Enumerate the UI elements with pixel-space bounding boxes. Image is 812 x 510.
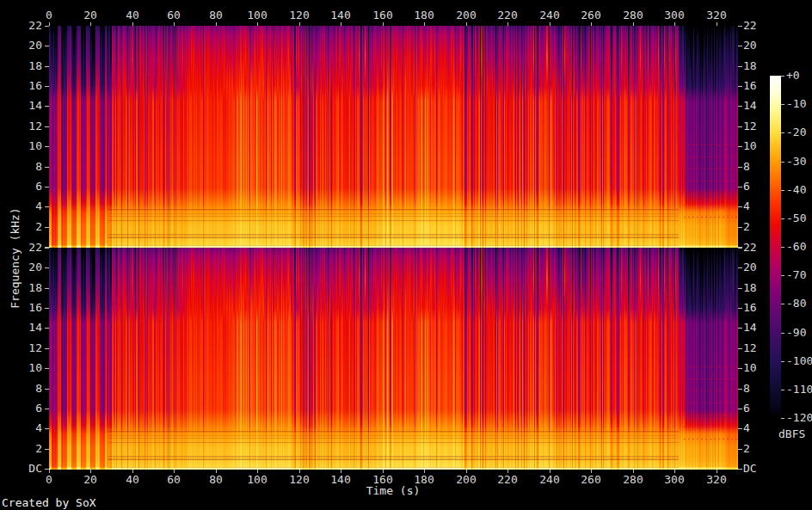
time-tick-label-bottom: 80 <box>209 474 223 485</box>
y-axis-title: Frequency (kHz) <box>9 207 21 308</box>
freq-dc-label-left: DC <box>0 463 42 474</box>
time-tick-label-top: 280 <box>623 9 643 21</box>
time-tick-top <box>257 22 258 26</box>
freq-tick-label-right: 16 <box>743 302 757 313</box>
colorbar-tick-label: -80 <box>786 298 806 309</box>
freq-tick-right <box>738 288 742 289</box>
time-tick-label-bottom: 260 <box>581 474 600 485</box>
time-tick-label-bottom: 240 <box>539 474 559 485</box>
freq-tick-label-left: 20 <box>0 40 42 51</box>
colorbar-tick <box>781 247 784 248</box>
freq-tick-left <box>45 126 49 127</box>
time-tick-label-bottom: 280 <box>623 474 643 485</box>
freq-tick-left <box>45 106 49 107</box>
freq-tick-right <box>738 389 742 390</box>
colorbar-tick <box>781 162 784 163</box>
freq-tick-label-right: 18 <box>743 60 757 71</box>
colorbar-tick-label: +0 <box>786 70 800 81</box>
time-tick-label-top: 140 <box>330 9 350 21</box>
freq-tick-right <box>738 308 742 309</box>
freq-tick-label-left: 12 <box>0 120 42 132</box>
freq-tick-right <box>738 248 742 249</box>
time-tick-label-top: 220 <box>497 9 517 21</box>
freq-tick-label-left: 6 <box>0 181 42 192</box>
freq-tick-label-right: 12 <box>743 120 757 132</box>
freq-tick-left <box>45 328 49 329</box>
time-tick-top <box>717 22 717 26</box>
freq-tick-label-right: 12 <box>743 342 757 353</box>
freq-tick-label-right: 10 <box>743 362 757 373</box>
freq-tick-left <box>45 267 49 268</box>
freq-tick-left <box>45 449 49 450</box>
time-tick-label-top: 240 <box>539 9 559 21</box>
colorbar-tick-label: -20 <box>786 126 806 138</box>
time-tick-label-bottom: 100 <box>247 474 267 485</box>
freq-tick-left <box>45 206 49 207</box>
time-tick-top <box>633 22 634 26</box>
freq-tick-label-right: 14 <box>743 100 757 111</box>
freq-tick-label-right: 18 <box>743 282 757 293</box>
time-tick-label-top: 80 <box>209 9 223 21</box>
colorbar-tick <box>781 333 784 334</box>
freq-tick-right <box>738 267 742 268</box>
freq-tick-label-left: 2 <box>0 443 42 454</box>
time-tick-label-bottom: 200 <box>456 474 476 485</box>
freq-tick-right <box>738 126 742 127</box>
time-tick-top <box>299 22 300 26</box>
colorbar-tick <box>781 218 784 219</box>
freq-tick-right <box>738 26 742 27</box>
time-tick-top <box>466 22 467 26</box>
time-tick-label-bottom: 20 <box>83 474 97 485</box>
freq-tick-label-right: 22 <box>743 20 757 31</box>
freq-tick-left <box>45 368 49 369</box>
freq-dc-label-right: DC <box>743 463 757 474</box>
freq-tick-left <box>45 86 49 87</box>
time-tick-top <box>424 22 425 26</box>
freq-tick-label-right: 10 <box>743 140 757 151</box>
colorbar-unit-label: dBFS <box>778 427 805 440</box>
freq-tick-label-left: 18 <box>0 282 42 293</box>
freq-tick-label-right: 20 <box>743 40 757 51</box>
freq-tick-label-right: 22 <box>743 242 757 253</box>
freq-tick-left <box>45 187 49 187</box>
time-tick-label-bottom: 320 <box>706 474 726 485</box>
freq-tick-right <box>738 66 742 67</box>
time-tick-top <box>90 22 91 26</box>
time-tick-top <box>341 22 341 26</box>
time-tick-label-top: 120 <box>289 9 309 21</box>
freq-tick-label-left: 22 <box>0 242 42 253</box>
colorbar-tick-label: -90 <box>786 327 806 338</box>
colorbar-tick-label: -110 <box>786 384 812 395</box>
colorbar-tick-label: -60 <box>786 241 806 252</box>
freq-tick-right <box>738 449 742 450</box>
freq-tick-left <box>45 428 49 429</box>
time-tick-label-top: 200 <box>456 9 476 21</box>
freq-tick-left <box>45 348 49 349</box>
freq-tick-left <box>45 167 49 168</box>
time-tick-label-top: 100 <box>247 9 267 21</box>
colorbar-tick-label: -10 <box>786 98 806 109</box>
freq-tick-label-right: 6 <box>743 402 750 414</box>
freq-tick-label-left: 10 <box>0 140 42 151</box>
freq-tick-label-left: 18 <box>0 60 42 71</box>
time-tick-label-top: 260 <box>581 9 600 21</box>
freq-tick-label-right: 8 <box>743 383 750 394</box>
time-tick-label-top: 320 <box>706 9 726 21</box>
freq-tick-left <box>45 288 49 289</box>
freq-tick-label-right: 4 <box>743 422 750 433</box>
time-tick-label-top: 300 <box>664 9 684 21</box>
colorbar-tick <box>781 190 784 191</box>
freq-tick-left <box>45 248 49 249</box>
freq-tick-label-left: 12 <box>0 342 42 353</box>
freq-tick-right-dc <box>738 469 742 470</box>
time-tick-top <box>49 22 50 26</box>
freq-tick-right <box>738 46 742 46</box>
freq-tick-label-left: 6 <box>0 402 42 414</box>
freq-tick-label-left: 14 <box>0 100 42 111</box>
time-tick-top <box>174 22 175 26</box>
colorbar-tick-label: -120 <box>786 412 812 423</box>
freq-tick-right <box>738 86 742 87</box>
freq-tick-right <box>738 368 742 369</box>
freq-tick-right <box>738 167 742 168</box>
time-tick-label-bottom: 300 <box>664 474 684 485</box>
